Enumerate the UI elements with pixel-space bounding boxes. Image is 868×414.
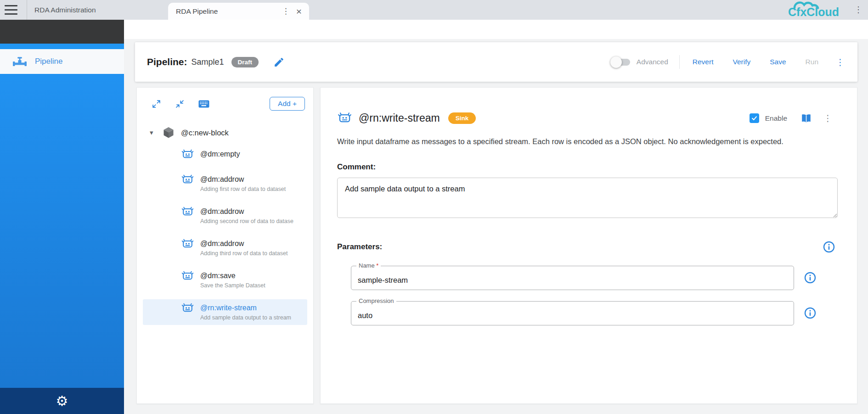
edit-pencil-icon[interactable] xyxy=(273,56,285,68)
bot-icon xyxy=(181,237,194,251)
bot-options-icon[interactable]: ⋮ xyxy=(823,113,832,123)
tree-node-label: @dm:addrow xyxy=(200,206,293,217)
divider xyxy=(679,55,680,69)
add-bot-button[interactable]: Add + xyxy=(270,97,305,111)
name-input[interactable] xyxy=(351,266,794,290)
bot-icon xyxy=(181,269,194,283)
menu-icon[interactable] xyxy=(5,5,17,15)
tree-node-subtitle: Add sample data output to a stream xyxy=(200,314,291,322)
tree-node-label: @dm:save xyxy=(200,270,265,281)
keyboard-icon[interactable] xyxy=(198,100,209,108)
revert-button[interactable]: Revert xyxy=(691,55,716,69)
enable-checkbox[interactable] xyxy=(750,113,759,123)
comment-textarea[interactable]: Add sample data output to a stream xyxy=(337,178,838,218)
browser-options-icon[interactable]: ⋮ xyxy=(854,5,862,15)
bot-icon xyxy=(181,205,194,218)
browser-tab-bar: RDA Administration RDA Pipeline ⋮ × CfxC… xyxy=(0,0,868,20)
expand-all-icon[interactable] xyxy=(152,99,161,109)
collapse-all-icon[interactable] xyxy=(175,99,185,109)
tree-node-subtitle: Save the Sample Dataset xyxy=(200,282,265,290)
pipeline-header: Pipeline: Sample1 Draft Advanced Revert … xyxy=(135,42,857,82)
parameters-label: Parameters: xyxy=(337,242,382,252)
pipeline-title-label: Pipeline: xyxy=(147,56,187,67)
tree-node-dm-addrow-3[interactable]: @dm:addrow Adding third row of data to d… xyxy=(137,235,313,261)
enable-label: Enable xyxy=(765,114,787,123)
cfxcloud-logo: CfxCloud xyxy=(781,1,844,21)
verify-button[interactable]: Verify xyxy=(731,55,752,69)
tree-node-dm-addrow-2[interactable]: @dm:addrow Adding second row of data to … xyxy=(137,203,313,229)
compression-input[interactable] xyxy=(351,302,794,325)
advanced-toggle[interactable] xyxy=(612,59,630,66)
sidebar-header-block xyxy=(0,20,124,44)
bot-icon xyxy=(337,111,352,126)
sidebar-footer: ⚙ xyxy=(0,388,124,414)
bot-detail-panel: @rn:write-stream Sink Enable ⋮ Write inp… xyxy=(320,87,857,404)
tree-node-subtitle: Adding first row of data to dataset xyxy=(200,185,286,193)
bot-description: Write input dataframe as messages to a s… xyxy=(337,135,829,149)
name-info-icon[interactable] xyxy=(804,272,816,284)
compression-info-icon[interactable] xyxy=(804,307,816,319)
tree-node-rn-write-stream[interactable]: @rn:write-stream Add sample data output … xyxy=(143,299,307,325)
tree-node-subtitle: Adding second row of data to datase xyxy=(200,218,293,225)
sidebar-body xyxy=(0,74,124,388)
compression-field: Compression xyxy=(351,301,794,325)
bot-icon xyxy=(181,302,194,315)
tab-options-icon[interactable]: ⋮ xyxy=(278,6,293,16)
caret-down-icon[interactable]: ▾ xyxy=(150,129,156,137)
tree-node-dm-save[interactable]: @dm:save Save the Sample Dataset xyxy=(137,267,313,293)
settings-gear-icon[interactable]: ⚙ xyxy=(56,394,68,408)
sidebar-item-label: Pipeline xyxy=(35,57,63,66)
pipeline-tree-panel: Add + ▾ @c:new-block @dm:empty @dm:addro… xyxy=(136,87,314,404)
tree-node-dm-addrow-1[interactable]: @dm:addrow Adding first row of data to d… xyxy=(137,171,313,196)
status-badge: Draft xyxy=(231,57,259,67)
logo-text: CfxCloud xyxy=(788,6,839,18)
main-top-strip xyxy=(124,20,868,39)
required-asterisk: * xyxy=(376,262,378,269)
tab-label: RDA Pipeline xyxy=(176,7,278,16)
tree-node-label: @dm:addrow xyxy=(200,238,287,249)
check-icon xyxy=(751,115,758,122)
header-options-icon[interactable]: ⋮ xyxy=(836,57,845,67)
name-field-label: Name * xyxy=(356,262,381,269)
bot-type-badge: Sink xyxy=(448,112,476,124)
documentation-book-icon[interactable] xyxy=(800,113,812,124)
tab-rda-administration[interactable]: RDA Administration xyxy=(27,0,167,20)
block-cube-icon xyxy=(162,126,175,139)
parameters-info-icon[interactable] xyxy=(823,241,835,253)
run-button[interactable]: Run xyxy=(804,55,820,69)
sidebar-item-pipeline[interactable]: Pipeline xyxy=(0,49,124,74)
compression-field-label: Compression xyxy=(356,297,396,304)
bot-icon xyxy=(181,173,194,186)
tab-close-icon[interactable]: × xyxy=(293,6,304,16)
pipeline-icon xyxy=(12,56,27,67)
tree-node-subtitle: Adding third row of data to dataset xyxy=(200,250,287,257)
save-button[interactable]: Save xyxy=(768,55,788,69)
tab-label: RDA Administration xyxy=(34,6,167,14)
tree-root-label: @c:new-block xyxy=(181,129,229,137)
sidebar: Pipeline ⚙ xyxy=(0,20,124,414)
comment-label: Comment: xyxy=(337,162,837,172)
sidebar-accent-strip xyxy=(0,44,124,49)
tree-node-dm-empty[interactable]: @dm:empty xyxy=(137,145,313,164)
tree-node-label: @dm:empty xyxy=(200,149,240,159)
tree-toolbar: Add + xyxy=(137,88,313,113)
tree-node-label: @dm:addrow xyxy=(200,174,286,185)
bot-title: @rn:write-stream xyxy=(359,112,440,124)
tree-root-node[interactable]: ▾ @c:new-block xyxy=(137,126,313,139)
bot-icon xyxy=(181,148,194,161)
name-field: Name * xyxy=(351,266,794,290)
advanced-toggle-label: Advanced xyxy=(637,58,668,66)
pipeline-name: Sample1 xyxy=(192,57,224,67)
tab-rda-pipeline[interactable]: RDA Pipeline ⋮ × xyxy=(168,3,309,20)
tree-node-label: @rn:write-stream xyxy=(200,302,291,313)
